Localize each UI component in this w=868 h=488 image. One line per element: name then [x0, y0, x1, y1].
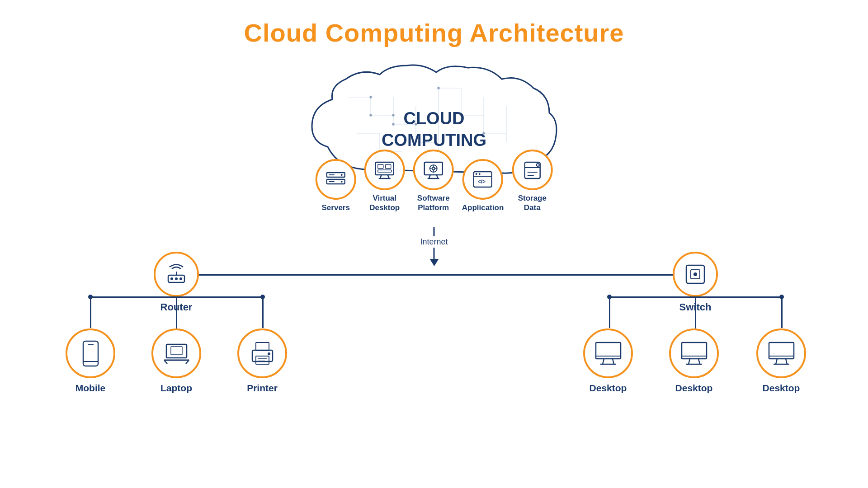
- printer-circle: [237, 328, 287, 378]
- printer-icon: [248, 339, 277, 368]
- svg-point-57: [536, 164, 539, 166]
- storage-data-label: StorageData: [518, 194, 547, 212]
- device-desktop3: Desktop: [738, 328, 824, 394]
- cloud-shape-wrapper: CLOUD COMPUTING: [303, 61, 565, 188]
- svg-rect-78: [256, 356, 269, 364]
- laptop-label: Laptop: [160, 383, 192, 394]
- svg-point-67: [693, 272, 697, 276]
- application-icon: </>: [472, 168, 494, 191]
- virtual-desktop-circle: [364, 150, 405, 190]
- service-application: </> Application: [462, 159, 504, 212]
- desktop1-circle: [583, 328, 633, 378]
- router-icon: [163, 261, 190, 288]
- internet-to-node-line: [433, 248, 434, 259]
- svg-text:</>: </>: [478, 178, 486, 185]
- cloud-to-internet-line: [433, 227, 434, 236]
- mobile-circle: [66, 328, 115, 378]
- printer-label: Printer: [247, 383, 278, 394]
- svg-point-81: [268, 352, 270, 355]
- device-desktop1: Desktop: [565, 328, 651, 394]
- svg-rect-39: [378, 170, 392, 172]
- router-child-vline-1: [90, 296, 91, 328]
- diagram-container: CLOUD COMPUTING: [0, 47, 868, 477]
- laptop-icon: [162, 339, 191, 368]
- svg-line-94: [786, 359, 787, 364]
- virtual-desktop-label: VirtualDesktop: [369, 194, 400, 212]
- servers-circle: [316, 159, 356, 200]
- router-children-hline: [90, 296, 264, 298]
- svg-point-52: [476, 173, 477, 175]
- service-servers: Servers: [316, 159, 356, 212]
- device-laptop: Laptop: [133, 328, 219, 394]
- router-child-dot-1: [88, 295, 93, 299]
- internet-arrow: [429, 259, 439, 266]
- page-title: Cloud Computing Architecture: [0, 0, 868, 47]
- svg-text:CLOUD: CLOUD: [403, 109, 464, 128]
- svg-point-29: [341, 174, 343, 176]
- mobile-label: Mobile: [75, 383, 106, 394]
- router-child-dot-3: [260, 295, 265, 299]
- svg-line-93: [776, 359, 777, 364]
- service-virtual-desktop: VirtualDesktop: [364, 150, 405, 212]
- router-circle: [154, 252, 199, 297]
- svg-line-83: [603, 359, 604, 364]
- svg-rect-55: [524, 162, 540, 178]
- switch-children-hline: [609, 296, 783, 298]
- device-printer: Printer: [219, 328, 305, 394]
- laptop-circle: [151, 328, 201, 378]
- svg-point-63: [179, 277, 182, 280]
- virtual-desktop-icon: [373, 159, 396, 181]
- application-label: Application: [462, 203, 504, 212]
- desktop2-circle: [669, 328, 719, 378]
- router-switch-line: [175, 274, 694, 276]
- svg-line-89: [698, 359, 700, 364]
- switch-circle: [673, 252, 718, 297]
- svg-point-53: [479, 173, 481, 175]
- application-circle: </>: [462, 159, 503, 200]
- storage-data-circle: [512, 150, 552, 190]
- switch-child-dot-1: [607, 295, 612, 299]
- svg-point-62: [175, 277, 178, 280]
- router-main-vline: [176, 297, 177, 328]
- svg-rect-37: [378, 164, 383, 169]
- svg-line-88: [689, 359, 690, 364]
- svg-point-17: [369, 96, 372, 99]
- storage-data-icon: [521, 159, 543, 181]
- switch-child-dot-3: [779, 295, 784, 299]
- switch-child-vline-3: [781, 296, 783, 328]
- svg-point-20: [392, 123, 395, 126]
- svg-line-84: [613, 359, 614, 364]
- svg-point-30: [341, 181, 343, 183]
- switch-main-vline: [695, 297, 696, 328]
- svg-rect-77: [256, 343, 269, 351]
- svg-point-22: [437, 87, 440, 89]
- cloud-shape: CLOUD COMPUTING: [303, 61, 565, 188]
- software-platform-icon: [422, 159, 445, 181]
- service-storage-data: StorageData: [512, 150, 552, 212]
- software-platform-circle: [413, 150, 454, 190]
- device-mobile: Mobile: [47, 328, 133, 394]
- internet-connector: Internet: [420, 227, 448, 266]
- svg-point-18: [369, 114, 372, 117]
- svg-rect-38: [386, 164, 391, 169]
- mobile-icon: [76, 339, 105, 368]
- svg-point-19: [392, 114, 395, 117]
- cloud-services: Servers V: [316, 150, 553, 212]
- svg-text:COMPUTING: COMPUTING: [382, 131, 486, 150]
- desktop2-label: Desktop: [675, 383, 713, 394]
- desktop3-label: Desktop: [763, 383, 800, 394]
- svg-rect-75: [171, 347, 182, 355]
- desktop3-circle: [756, 328, 806, 378]
- service-software-platform: SoftwarePlatform: [413, 150, 454, 212]
- desktop1-label: Desktop: [590, 383, 627, 394]
- svg-point-45: [432, 167, 435, 170]
- desktop2-icon: [679, 339, 709, 368]
- switch-icon: [682, 261, 709, 288]
- device-desktop2: Desktop: [651, 328, 737, 394]
- internet-label: Internet: [420, 237, 448, 247]
- svg-point-61: [170, 277, 173, 280]
- switch-child-vline-1: [609, 296, 610, 328]
- router-child-vline-3: [262, 296, 264, 328]
- desktop3-icon: [767, 339, 796, 368]
- software-platform-label: SoftwarePlatform: [417, 194, 450, 212]
